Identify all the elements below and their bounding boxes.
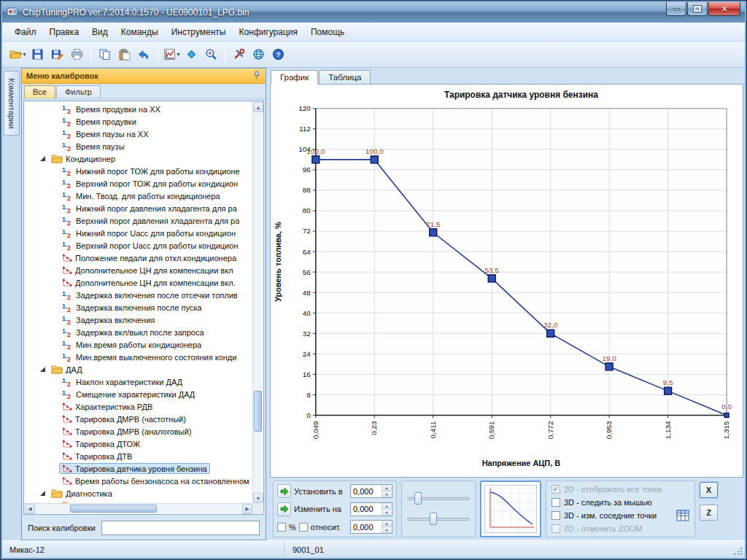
save-file-icon[interactable] xyxy=(28,44,47,64)
tree-item[interactable]: Время работы бензонасоса на остановленно… xyxy=(25,475,252,487)
tree-item[interactable]: 1.2Время паузы xyxy=(25,140,252,152)
tree-item[interactable]: 1.2Мин. Твозд. для работы кондиционера xyxy=(25,190,252,202)
expander-icon[interactable] xyxy=(39,366,47,373)
x-axis-button[interactable]: X xyxy=(700,482,718,498)
mini-chart-button[interactable] xyxy=(480,481,541,537)
tree-item[interactable]: Дополнительное ЦН для компенсации вкл. xyxy=(25,276,252,289)
tree-item[interactable]: Дополнительное ЦН для компенсации вкл xyxy=(25,264,252,276)
tree-item[interactable]: 1.2Задержка вкл/выкл после запроса xyxy=(25,326,252,338)
comments-tab[interactable]: Комментарии xyxy=(4,71,20,136)
menu-item[interactable]: Вид xyxy=(85,24,115,40)
option-checkbox[interactable] xyxy=(551,511,560,520)
menu-item[interactable]: Помощь xyxy=(304,24,351,40)
spin-up-icon[interactable]: ▲ xyxy=(382,521,391,527)
paste-icon[interactable] xyxy=(115,44,134,64)
option-checkbox[interactable] xyxy=(551,498,560,507)
undo-icon[interactable] xyxy=(134,44,154,64)
tree-item[interactable]: 1.2Верхний порог Uacc для работы кондици… xyxy=(25,239,252,252)
tree-item[interactable]: 1.2Мин.время выключенного состояния конд… xyxy=(25,351,252,363)
dropdown-arrow-icon[interactable]: ▾ xyxy=(23,51,26,58)
tree-item[interactable]: 1.2Задержка включения xyxy=(25,314,252,326)
tools-icon[interactable] xyxy=(229,44,249,64)
tree-horizontal-scrollbar[interactable]: ◀ ▶ xyxy=(25,503,252,513)
change-value-input[interactable] xyxy=(351,503,382,516)
help-icon[interactable]: ? xyxy=(268,44,288,64)
spin-down-icon[interactable]: ▼ xyxy=(382,527,391,533)
tree-item[interactable]: 1.2Нижний порог ТОЖ для работы кондицион… xyxy=(25,165,252,177)
maximize-button[interactable] xyxy=(687,2,708,16)
tree-item[interactable]: Диагностика xyxy=(25,487,252,499)
tree-item[interactable]: ДАД xyxy=(25,363,252,376)
print-icon[interactable] xyxy=(67,44,87,64)
tab-all[interactable]: Все xyxy=(24,85,55,98)
set-value-button[interactable] xyxy=(277,484,291,498)
tree-item[interactable]: 1.2Нижний порог Uacc для работы кондицио… xyxy=(25,227,252,239)
tree-item[interactable]: Тарировка ДМРВ (частотный) xyxy=(25,413,252,425)
tree-item[interactable]: 1.2Задержка включения после пуска xyxy=(25,301,252,314)
close-button[interactable]: ✕ xyxy=(708,2,740,16)
menu-item[interactable]: Команды xyxy=(115,24,165,40)
set-value-input[interactable] xyxy=(351,485,382,497)
tab-tablica[interactable]: Таблица xyxy=(319,70,371,85)
open-file-icon[interactable]: ▾ xyxy=(8,44,28,64)
spin-down-icon[interactable]: ▼ xyxy=(382,510,391,516)
tab-filter[interactable]: Фильтр xyxy=(56,85,101,98)
globe-icon[interactable] xyxy=(249,44,268,64)
vertical-scroll-thumb[interactable] xyxy=(254,391,262,432)
expander-icon[interactable] xyxy=(39,155,47,162)
change-value-button[interactable] xyxy=(277,502,291,516)
tree-item[interactable]: Кондиционер xyxy=(25,152,252,165)
tree-item[interactable]: 1.2Задержка включения после отсечки топл… xyxy=(25,289,252,301)
percent-checkbox[interactable] xyxy=(277,523,286,532)
zoom-chart-icon[interactable] xyxy=(201,44,221,64)
menu-item[interactable]: Конфигурация xyxy=(232,24,304,40)
grid-table-icon[interactable] xyxy=(676,510,689,521)
slider-thumb[interactable] xyxy=(414,492,422,505)
spin-up-icon[interactable]: ▲ xyxy=(382,503,391,510)
menu-item[interactable]: Правка xyxy=(43,24,86,40)
menu-item[interactable]: Файл xyxy=(8,24,43,40)
tree-item[interactable]: 1.2Наклон характеристики ДАД xyxy=(25,376,252,388)
relative-input[interactable] xyxy=(351,521,382,533)
rotation-slider-2[interactable] xyxy=(407,513,470,526)
tree-item[interactable]: 1.2Мин.время работы кондиционера xyxy=(25,338,252,351)
copy-icon[interactable] xyxy=(95,44,115,64)
diamond-icon[interactable] xyxy=(182,44,201,64)
relative-checkbox[interactable] xyxy=(299,523,308,532)
menu-item[interactable]: Инструменты xyxy=(165,24,233,40)
tree-item[interactable]: 1.2Верхний порог ТОЖ для работы кондицио… xyxy=(25,177,252,190)
tree-item[interactable]: Положение педали для откл.кондиционера xyxy=(25,252,252,264)
scroll-up-icon[interactable]: ▲ xyxy=(253,102,263,112)
tree-vertical-scrollbar[interactable]: ▲ ▼ xyxy=(252,102,263,503)
tree-item[interactable]: 1.2Нижний порог давления хладагента для … xyxy=(25,202,252,214)
title-bar[interactable]: ChipTuningPRO ver.7.2014.0.1570 - UE0900… xyxy=(2,2,745,23)
minimize-button[interactable] xyxy=(666,2,686,16)
tree-item[interactable]: Тарировка ДТОЖ xyxy=(25,438,252,450)
save-as-icon[interactable] xyxy=(47,44,67,64)
tree-item[interactable]: Характеристика РДВ xyxy=(25,400,252,413)
option-checkbox[interactable] xyxy=(551,524,560,533)
expander-icon[interactable] xyxy=(39,490,47,497)
search-input[interactable] xyxy=(101,521,260,535)
scroll-right-icon[interactable]: ▶ xyxy=(242,504,252,514)
z-axis-button[interactable]: Z xyxy=(700,505,718,521)
slider-thumb[interactable] xyxy=(430,513,437,525)
pin-icon[interactable] xyxy=(252,71,261,81)
horizontal-scroll-thumb[interactable] xyxy=(70,505,157,513)
tree-item[interactable]: 1.2Время паузы на ХХ xyxy=(25,128,252,140)
spin-up-icon[interactable]: ▲ xyxy=(382,485,391,491)
tree-item[interactable]: Тарировка датчика уровня бензина xyxy=(25,462,252,475)
tree-item[interactable]: Тарировка ДТВ xyxy=(25,450,252,462)
spin-down-icon[interactable]: ▼ xyxy=(382,491,391,497)
tree-item[interactable]: 1.2Время продувки на ХХ xyxy=(25,103,252,115)
option-checkbox[interactable]: ✓ xyxy=(551,485,560,494)
dropdown-arrow-icon[interactable]: ▾ xyxy=(177,51,179,58)
tree-item[interactable]: 1.2Время продувки xyxy=(25,115,252,128)
chart-icon[interactable]: ▾ xyxy=(162,44,182,64)
chart[interactable]: Тарировка датчика уровня бензина08162432… xyxy=(271,85,743,477)
resize-grip[interactable] xyxy=(733,546,743,558)
tree-item[interactable]: Тарировка ДМРВ (аналоговый) xyxy=(25,425,252,438)
tree-item[interactable]: 1.2Верхний порог давления хладагента для… xyxy=(25,214,252,227)
rotation-slider-1[interactable] xyxy=(407,492,470,505)
scroll-left-icon[interactable]: ◀ xyxy=(25,504,35,514)
